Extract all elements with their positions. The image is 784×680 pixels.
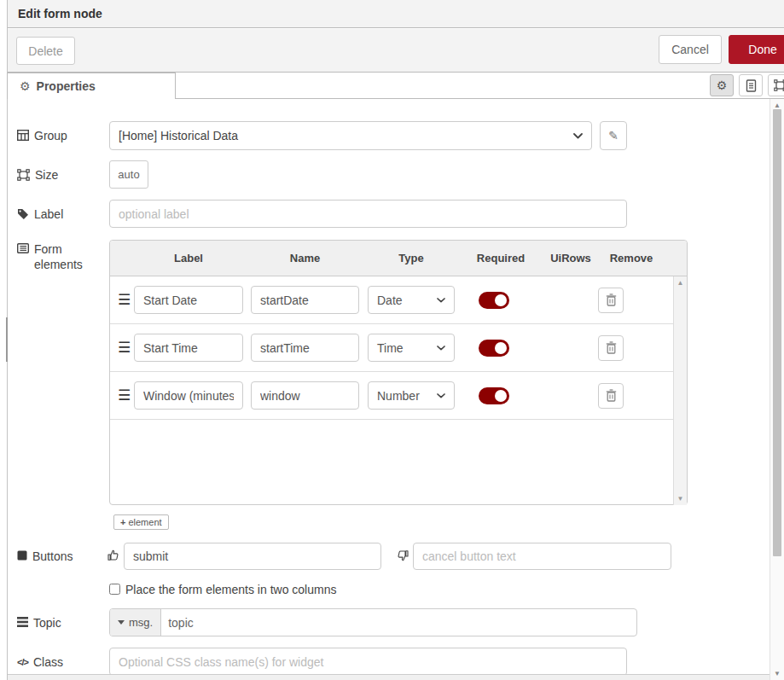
two-columns-label: Place the form elements in two columns xyxy=(125,583,336,596)
toggle-knob xyxy=(495,390,507,402)
topic-type-button[interactable]: msg. xyxy=(110,609,161,636)
list-alt-icon xyxy=(17,243,29,253)
form-element-row: ☰ Number xyxy=(110,372,687,420)
bottom-divider xyxy=(8,674,769,680)
required-toggle[interactable] xyxy=(479,292,509,309)
column-header-uirows: UiRows xyxy=(542,252,600,264)
element-name-input[interactable] xyxy=(251,381,359,410)
code-icon: </> xyxy=(17,656,28,668)
done-button[interactable]: Done xyxy=(729,35,784,64)
required-toggle[interactable] xyxy=(479,340,509,357)
label-field-label: Label xyxy=(17,206,102,222)
caret-down-icon xyxy=(118,620,125,625)
appearance-icon xyxy=(774,79,784,91)
dialog-toolbar: Delete Cancel Done xyxy=(8,29,784,73)
column-header-remove: Remove xyxy=(600,252,663,264)
scroll-up-icon[interactable]: ▲ xyxy=(677,279,684,287)
drag-handle-icon[interactable]: ☰ xyxy=(118,386,134,404)
submit-button-text-input[interactable] xyxy=(124,543,381,570)
thumbs-down-icon xyxy=(397,549,409,561)
scrollbar-thumb[interactable] xyxy=(773,109,781,556)
appearance-view-button[interactable] xyxy=(768,74,784,96)
column-header-required: Required xyxy=(460,252,542,264)
remove-element-button[interactable] xyxy=(598,383,624,409)
size-button[interactable]: auto xyxy=(109,160,148,189)
class-input[interactable] xyxy=(109,648,627,676)
gear-icon: ⚙ xyxy=(717,78,728,92)
topic-typed-input: msg. topic xyxy=(109,608,637,636)
scroll-down-icon[interactable]: ▼ xyxy=(677,495,684,503)
description-view-button[interactable] xyxy=(739,74,763,96)
tray-resize-handle[interactable] xyxy=(6,317,8,362)
thumbs-up-icon xyxy=(107,549,119,561)
table-icon xyxy=(17,130,29,141)
column-header-name: Name xyxy=(251,252,359,264)
buttons-field-label: Buttons xyxy=(17,549,102,564)
chevron-down-icon xyxy=(437,393,445,398)
properties-view-button[interactable]: ⚙ xyxy=(710,74,734,96)
form-elements-body: ☰ Date xyxy=(110,276,687,505)
drag-handle-icon[interactable]: ☰ xyxy=(118,291,134,309)
topic-field-label: Topic xyxy=(17,615,102,631)
add-element-button[interactable]: + element xyxy=(113,514,169,530)
trash-icon xyxy=(606,341,617,354)
delete-button[interactable]: Delete xyxy=(16,37,75,65)
required-toggle[interactable] xyxy=(479,387,509,404)
element-type-select[interactable]: Number xyxy=(368,381,455,410)
scroll-up-icon[interactable]: ▲ xyxy=(770,102,784,109)
remove-element-button[interactable] xyxy=(598,288,624,313)
gear-icon: ⚙ xyxy=(20,79,31,93)
form-elements-table: Label Name Type Required UiRows Remove ☰… xyxy=(109,240,688,505)
toggle-knob xyxy=(495,294,507,306)
cancel-button-text-input[interactable] xyxy=(413,543,671,570)
element-label-input[interactable] xyxy=(134,334,243,362)
trash-icon xyxy=(606,294,617,306)
chevron-down-icon xyxy=(573,133,583,139)
cancel-button[interactable]: Cancel xyxy=(659,35,722,64)
scroll-down-icon[interactable]: ▼ xyxy=(770,670,784,677)
element-label-input[interactable] xyxy=(134,381,243,410)
form-elements-header: Label Name Type Required UiRows Remove xyxy=(110,241,687,276)
topic-type-label: msg. xyxy=(129,616,153,629)
tab-properties-label: Properties xyxy=(37,79,96,93)
element-type-select[interactable]: Date xyxy=(368,286,455,314)
tag-icon xyxy=(17,208,29,220)
page-scrollbar[interactable]: ▲ ▼ xyxy=(769,99,784,680)
label-input[interactable] xyxy=(109,200,627,228)
remove-element-button[interactable] xyxy=(598,335,624,361)
form-elements-field-label: Form elements xyxy=(17,241,90,272)
element-type-select[interactable]: Time xyxy=(368,334,455,362)
form-element-row: ☰ Date xyxy=(110,276,687,324)
group-field-label: Group xyxy=(17,128,102,143)
edit-form-node-dialog: Edit form node Delete Cancel Done ⚙ Prop… xyxy=(0,0,784,680)
class-field-label: </> Class xyxy=(17,654,102,670)
chevron-down-icon xyxy=(437,298,445,303)
pencil-icon: ✎ xyxy=(608,129,618,142)
table-scrollbar[interactable]: ▲ ▼ xyxy=(673,276,687,505)
topic-value-input[interactable]: topic xyxy=(161,609,200,636)
tasks-icon xyxy=(17,617,28,627)
two-columns-checkbox[interactable] xyxy=(109,584,120,595)
form-element-row: ☰ Time xyxy=(110,324,687,372)
chevron-down-icon xyxy=(437,346,445,351)
document-icon xyxy=(746,79,757,92)
edit-group-button[interactable]: ✎ xyxy=(600,121,627,150)
column-header-label: Label xyxy=(134,252,243,264)
drag-handle-icon[interactable]: ☰ xyxy=(118,339,134,357)
page-title: Edit form node xyxy=(18,7,102,20)
element-name-input[interactable] xyxy=(251,334,359,362)
group-select-value: [Home] Historical Data xyxy=(119,129,238,142)
element-label-input[interactable] xyxy=(134,286,243,314)
square-icon xyxy=(17,550,27,561)
plus-icon: + xyxy=(120,517,125,527)
toggle-knob xyxy=(495,342,507,354)
size-field-label: Size xyxy=(17,167,102,183)
trash-icon xyxy=(606,389,617,402)
group-select[interactable]: [Home] Historical Data xyxy=(109,121,592,150)
column-header-type: Type xyxy=(368,252,455,264)
dialog-header: Edit form node xyxy=(8,0,784,28)
element-name-input[interactable] xyxy=(251,286,359,314)
object-group-icon xyxy=(17,169,30,181)
tab-properties[interactable]: ⚙ Properties xyxy=(7,73,176,99)
